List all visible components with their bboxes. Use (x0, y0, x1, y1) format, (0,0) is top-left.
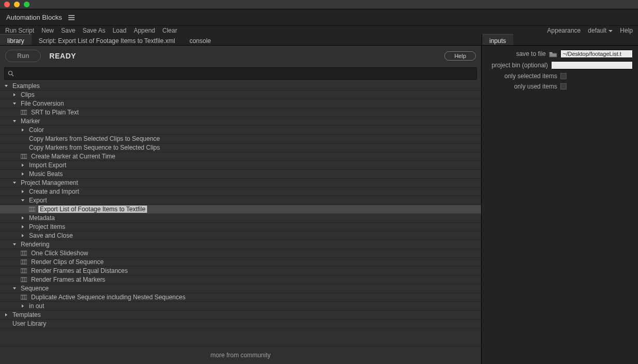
more-from-community-link[interactable]: more from community (0, 346, 481, 364)
svg-point-0 (9, 71, 12, 75)
tree-row[interactable]: Import Export (0, 161, 481, 170)
tree-row-label: Color (28, 126, 45, 134)
search-icon (8, 70, 14, 77)
menu-save-as[interactable]: Save As (82, 27, 105, 34)
chevron-down-icon (12, 101, 18, 106)
tree-row[interactable]: in out (0, 302, 481, 311)
tree-row[interactable]: Copy Markers from Sequence to Selected C… (0, 143, 481, 152)
tree-row-label: Copy Markers from Sequence to Selected C… (28, 144, 161, 151)
window-close-button[interactable] (4, 2, 10, 7)
tree-row-label: Examples (11, 82, 41, 90)
chevron-right-icon (21, 128, 26, 132)
menu-help[interactable]: Help (620, 27, 633, 34)
script-icon (21, 277, 27, 282)
chevron-down-icon (12, 181, 18, 185)
tree-row[interactable]: Sequence (0, 284, 481, 293)
menu-clear[interactable]: Clear (163, 27, 178, 34)
tree-row[interactable]: Render Clips of Sequence (0, 258, 481, 267)
tree-row-label: Project Management (20, 179, 79, 186)
search-field-wrap[interactable] (4, 67, 477, 80)
only-selected-checkbox[interactable] (560, 73, 567, 79)
tree-row[interactable]: Examples (0, 82, 481, 91)
tree-row[interactable]: Clips (0, 91, 481, 99)
svg-rect-20 (21, 278, 27, 282)
tab-inputs[interactable]: inputs (482, 34, 513, 45)
menu-append[interactable]: Append (134, 27, 155, 34)
tree-row[interactable]: Export (0, 196, 481, 205)
tree-row[interactable]: One Click Slideshow (0, 249, 481, 258)
tree-row[interactable]: Metadata (0, 214, 481, 223)
script-tree[interactable]: ExamplesClipsFile ConversionSRT to Plain… (0, 81, 481, 346)
svg-rect-8 (29, 207, 35, 211)
menu-save[interactable]: Save (61, 27, 75, 34)
script-icon (21, 268, 27, 273)
svg-rect-2 (21, 110, 27, 114)
tree-row-label: SRT to Plain Text (30, 109, 80, 116)
tree-row[interactable]: Rendering (0, 240, 481, 249)
tree-row[interactable]: Save and Close (0, 231, 481, 240)
tree-row-label: Project Items (28, 223, 66, 230)
tree-row[interactable]: Create and Import (0, 187, 481, 196)
menu-run-script[interactable]: Run Script (5, 27, 34, 34)
tree-row[interactable]: User Library (0, 319, 481, 328)
script-icon (21, 259, 27, 265)
search-input[interactable] (14, 69, 473, 78)
tree-row[interactable]: Project Management (0, 179, 481, 187)
panel-header: Automation Blocks (0, 9, 638, 26)
chevron-right-icon (21, 163, 26, 167)
svg-line-1 (12, 75, 13, 76)
help-button[interactable]: Help (444, 51, 476, 61)
tree-row[interactable]: Templates (0, 311, 481, 319)
tree-row[interactable]: Marker (0, 117, 481, 126)
run-bar: Run READY Help (0, 46, 481, 66)
tab-script[interactable]: Script: Export List of Footage Items to … (32, 34, 182, 45)
tree-row-label: Clips (20, 91, 36, 98)
window-minimize-button[interactable] (14, 2, 20, 7)
tree-row-label: Export List of Footage Items to Textfile (38, 206, 147, 213)
chevron-right-icon (12, 93, 18, 97)
tree-row[interactable]: Color (0, 126, 481, 135)
panel-title: Automation Blocks (6, 13, 62, 21)
project-bin-input[interactable] (551, 61, 633, 69)
chevron-down-icon (12, 119, 18, 123)
folder-icon[interactable] (549, 51, 557, 57)
chevron-right-icon (21, 234, 26, 238)
only-selected-label: only selected items (504, 72, 557, 80)
run-button[interactable]: Run (5, 50, 41, 62)
tree-row-label: One Click Slideshow (30, 250, 89, 257)
tree-row-label: Render Clips of Sequence (30, 258, 105, 266)
chevron-right-icon (21, 216, 26, 220)
chevron-down-icon (21, 198, 26, 202)
tree-row-label: Duplicate Active Sequence including Nest… (30, 294, 186, 301)
save-to-file-input[interactable] (560, 50, 633, 58)
tree-row[interactable]: Duplicate Active Sequence including Nest… (0, 293, 481, 302)
tab-console[interactable]: console (182, 34, 218, 45)
tree-row[interactable]: Create Marker at Current Time (0, 152, 481, 161)
menu-new[interactable]: New (41, 27, 54, 34)
tree-row[interactable]: Copy Markers from Selected Clips to Sequ… (0, 135, 481, 143)
tree-row-label: Create and Import (28, 188, 80, 195)
chevron-down-icon (12, 286, 18, 290)
window-titlebar (0, 0, 638, 9)
chevron-right-icon (21, 190, 26, 194)
tree-row[interactable]: Music Beats (0, 170, 481, 179)
chevron-right-icon (21, 225, 26, 229)
chevron-right-icon (21, 172, 26, 176)
window-maximize-button[interactable] (24, 2, 30, 7)
only-used-checkbox[interactable] (560, 83, 567, 90)
tree-row[interactable]: Export List of Footage Items to Textfile (0, 205, 481, 214)
save-to-file-label: save to file (516, 50, 546, 57)
menu-appearance[interactable]: Appearance (547, 27, 581, 34)
tree-row[interactable]: File Conversion (0, 99, 481, 108)
menu-bar: Run Script New Save Save As Load Append … (0, 26, 638, 34)
svg-rect-5 (21, 154, 27, 158)
tree-row[interactable]: Project Items (0, 223, 481, 231)
tree-row[interactable]: Render Frames at Equal Distances (0, 267, 481, 275)
panel-menu-icon[interactable] (68, 15, 75, 20)
tab-library[interactable]: library (0, 34, 32, 45)
tree-row[interactable]: SRT to Plain Text (0, 108, 481, 117)
menu-load[interactable]: Load (112, 27, 126, 34)
menu-preset-dropdown[interactable]: default (588, 27, 613, 34)
tree-row[interactable]: Render Frames at Markers (0, 275, 481, 284)
tree-row-label: Metadata (28, 214, 56, 222)
